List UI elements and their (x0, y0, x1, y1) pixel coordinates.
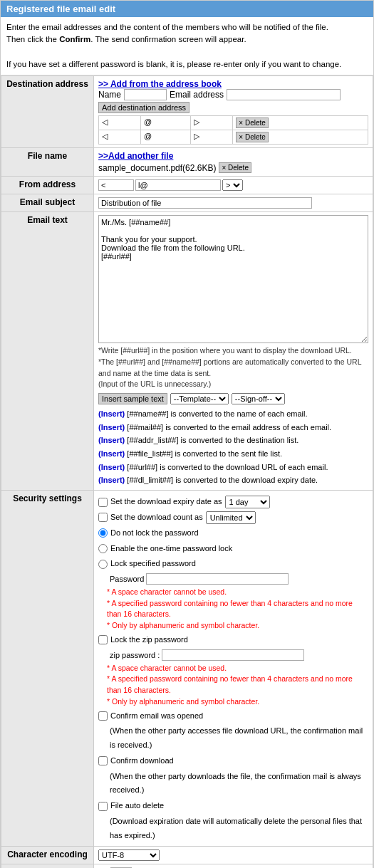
radio-lock-label: Lock specified password (98, 557, 368, 571)
dest-row-1: ◁ @ ▷ × Delete (99, 116, 368, 130)
template-select[interactable]: --Template-- (170, 393, 229, 404)
insert-text-4: [##file_list##] is converted to the sent… (127, 449, 282, 458)
intro-line2: Then click the Confirm. The send confirm… (6, 33, 368, 46)
insert-link-3[interactable]: (Insert) (98, 436, 125, 444)
radio-lock[interactable] (98, 560, 108, 569)
confirm-open-desc: (When the other party accesses file down… (110, 724, 368, 753)
email-text-note1: *Write [##url##] in the position where y… (98, 345, 368, 357)
password-label: Password (110, 575, 144, 583)
error-space-1: * A space character cannot be used. (107, 587, 368, 598)
auto-delete-desc: (Download expiration date will automatic… (110, 815, 368, 843)
error-space-2: * A space character cannot be used. (107, 663, 368, 674)
zip-password-input[interactable] (162, 649, 304, 661)
radio-one-time-text: Enable the one-time password lock (110, 542, 232, 556)
error-chars-1: * Only by alphanumeric and symbol charac… (107, 620, 368, 632)
insert-row-4: (Insert) [##file_list##] is converted to… (98, 447, 368, 461)
zip-password-section: zip password : (110, 649, 368, 663)
intro-line1: Enter the email addresses and the conten… (6, 21, 368, 33)
expiry-select[interactable]: 1 day 2 days 3 days 7 days 14 days 30 da… (225, 496, 270, 508)
insert-rows: (Insert) [##name##] is converted to the … (98, 407, 368, 487)
confirm-open-checkbox[interactable] (98, 711, 108, 721)
error-length-2: * A specified password containing no few… (107, 674, 368, 696)
destination-address-row: Destination address >> Add from the addr… (1, 76, 373, 148)
insert-text-1: [##name##] is converted to the name of e… (127, 409, 307, 418)
send-wait-content: minutes later to send * Can not set less… (94, 864, 373, 868)
email-text-row: Email text Mr./Ms. [##name##] Thank you … (1, 212, 373, 491)
password-input[interactable] (146, 573, 289, 585)
encoding-select[interactable]: UTF-8 ISO-2022-JP (98, 849, 160, 861)
from-mid-input[interactable] (135, 179, 221, 191)
from-address-content: > (94, 177, 373, 194)
file-row: sample_document.pdf(62.6KB) × Delete (98, 162, 368, 173)
intro-line3: If you have set a different password is … (6, 58, 368, 70)
lock-zip-label: Lock the zip password (98, 633, 368, 647)
radio-no-lock-label: Do not lock the password (98, 526, 368, 540)
character-encoding-content: UTF-8 ISO-2022-JP (94, 846, 373, 864)
from-prefix-input[interactable] (98, 179, 134, 191)
dest-col1-2: ◁ (99, 130, 141, 145)
signoff-select[interactable]: --Sign-off-- (232, 393, 285, 404)
security-settings-label: Security settings (1, 491, 94, 847)
expiry-label-text: Set the download expiry date as (110, 495, 222, 509)
expiry-label: Set the download expiry date as 1 day 2 … (98, 495, 368, 509)
insert-row-3: (Insert) [##addr_list##] is converted to… (98, 434, 368, 447)
page-intro: Enter the email addresses and the conten… (1, 17, 373, 75)
email-input[interactable] (227, 89, 341, 100)
count-select[interactable]: Unlimited 1 2 3 5 10 (206, 511, 256, 524)
file-name-row: File name >>Add another file sample_docu… (1, 148, 373, 177)
email-text-content: Mr./Ms. [##name##] Thank you for your su… (94, 212, 373, 491)
radio-one-time[interactable] (98, 544, 108, 553)
email-text-area[interactable]: Mr./Ms. [##name##] Thank you for your su… (98, 215, 368, 343)
insert-link-6[interactable]: (Insert) (98, 476, 125, 484)
file-name-content: >>Add another file sample_document.pdf(6… (94, 148, 373, 177)
name-email-row: Name Email address (98, 89, 368, 100)
character-encoding-row: Character encoding UTF-8 ISO-2022-JP (1, 846, 373, 864)
add-destination-address-button[interactable]: Add destination address (98, 102, 189, 113)
dest-delete-button-1[interactable]: × Delete (236, 117, 269, 128)
lock-zip-checkbox[interactable] (98, 635, 108, 644)
email-subject-content (94, 194, 373, 212)
insert-link-2[interactable]: (Insert) (98, 423, 125, 432)
from-row: > (98, 179, 368, 191)
count-checkbox[interactable] (98, 513, 108, 522)
dest-col2-2: @ (141, 130, 191, 145)
insert-link-4[interactable]: (Insert) (98, 449, 125, 458)
file-delete-button[interactable]: × Delete (219, 162, 251, 173)
insert-text-5: [##url##] is converted to the download U… (127, 463, 328, 471)
radio-no-lock[interactable] (98, 528, 108, 538)
send-wait-label: Send Wait setting (1, 864, 94, 868)
email-text-note3: (Input of the URL is unnecessary.) (98, 379, 368, 390)
insert-sample-text-button[interactable]: Insert sample text (98, 393, 167, 404)
auto-delete-checkbox[interactable] (98, 802, 108, 811)
insert-row-2: (Insert) [##mail##] is converted to the … (98, 421, 368, 434)
send-wait-row: Send Wait setting minutes later to send … (1, 864, 373, 868)
security-settings-row: Security settings Set the download expir… (1, 491, 373, 847)
confirm-download-checkbox[interactable] (98, 756, 108, 765)
insert-text-6: [##dl_limit##] is converted to the downl… (127, 476, 318, 484)
auto-delete-label-text: File auto delete (110, 799, 164, 813)
from-address-row: From address > (1, 177, 373, 194)
count-label-text: Set the download count as (110, 511, 203, 525)
insert-link-1[interactable]: (Insert) (98, 409, 125, 418)
password-section: Password (110, 572, 368, 587)
auto-delete-label: File auto delete (98, 799, 368, 813)
email-subject-row: Email subject (1, 194, 373, 212)
dest-delete-1: × Delete (233, 116, 368, 130)
error-length-1: * A specified password containing no few… (107, 598, 368, 621)
email-text-note2: *The [##url##] and [##name##] portions a… (98, 357, 368, 380)
zip-password-label: zip password : (110, 651, 160, 659)
expiry-checkbox[interactable] (98, 498, 108, 507)
insert-link-5[interactable]: (Insert) (98, 463, 125, 471)
dest-delete-button-2[interactable]: × Delete (236, 132, 269, 142)
add-another-file-link[interactable]: >>Add another file (98, 151, 368, 161)
radio-no-lock-text: Do not lock the password (110, 526, 199, 540)
count-label: Set the download count as Unlimited 1 2 … (98, 511, 368, 525)
name-input[interactable] (124, 89, 167, 100)
insert-text-2: [##mail##] is converted to the email add… (127, 423, 331, 432)
confirm-open-label-text: Confirm email was opened (110, 709, 203, 723)
dest-col3-1: ▷ (191, 116, 233, 130)
insert-row-6: (Insert) [##dl_limit##] is converted to … (98, 474, 368, 487)
from-select[interactable]: > (222, 179, 243, 191)
add-from-address-book-link[interactable]: >> Add from the address book (98, 79, 368, 89)
email-subject-input[interactable] (98, 197, 312, 209)
